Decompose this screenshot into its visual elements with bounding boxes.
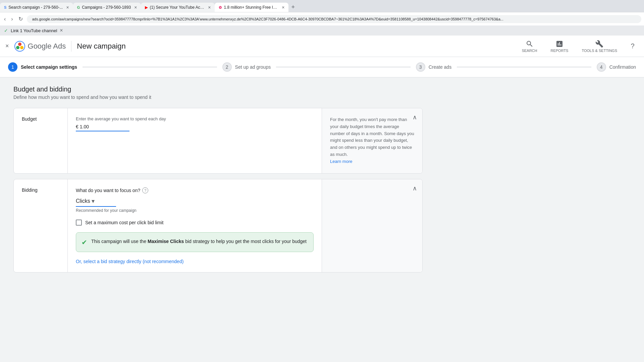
tools-icon — [595, 40, 603, 48]
search-action-button[interactable]: SEARCH — [518, 37, 541, 55]
tab1-label: Search campaign - 279-560-... — [8, 5, 63, 10]
dropdown-arrow-icon: ▾ — [92, 197, 95, 205]
tab-2[interactable]: G Campaigns - 279-560-1893 × — [73, 3, 141, 12]
header-divider — [71, 41, 71, 52]
tab3-close[interactable]: × — [208, 5, 211, 10]
budget-card-main: Enter the average you want to spend each… — [67, 108, 322, 173]
max-cpc-checkbox[interactable] — [76, 220, 82, 226]
reports-icon — [555, 40, 564, 48]
step-1: 1 Select campaign settings — [8, 62, 77, 72]
tab4-favicon: ✿ — [219, 5, 222, 10]
tab1-favicon: S — [4, 5, 6, 9]
tab2-label: Campaigns - 279-560-1893 — [82, 5, 131, 10]
step-4-circle: 4 — [597, 62, 606, 72]
info-text-before: This campaign will use the — [91, 239, 148, 244]
info-box-text: This campaign will use the Maximise Clic… — [91, 238, 307, 245]
bidding-label: Bidding — [22, 187, 38, 193]
browser-chrome: S Search campaign - 279-560-... × G Camp… — [0, 0, 644, 25]
budget-input-label: Enter the average you want to spend each… — [76, 116, 314, 121]
budget-label: Budget — [22, 116, 37, 122]
bidding-question: What do you want to focus on? ? — [76, 187, 314, 193]
search-icon — [526, 40, 534, 48]
header-close-button[interactable]: × — [5, 43, 9, 50]
step-2-circle: 2 — [222, 62, 232, 72]
bid-strategy-link[interactable]: Or, select a bid strategy directly (not … — [76, 259, 183, 264]
budget-card-collapse-button[interactable]: ∧ — [413, 114, 417, 121]
info-text-after: bid strategy to help you get the most cl… — [184, 239, 307, 244]
step-1-circle: 1 — [8, 62, 17, 72]
address-input[interactable] — [27, 15, 641, 23]
tab-1[interactable]: S Search campaign - 279-560-... × — [0, 3, 73, 12]
reports-action-label: REPORTS — [550, 49, 568, 53]
app-header: × Google Ads New campaign SEARCH REPORTS… — [0, 36, 644, 57]
svg-point-3 — [18, 43, 21, 46]
tab1-close[interactable]: × — [66, 5, 69, 10]
step-2: 2 Set up ad groups — [222, 62, 271, 72]
help-button[interactable]: ? — [627, 40, 639, 52]
tab-3[interactable]: ▶ (1) Secure Your YouTube Acco... × — [141, 3, 215, 12]
tab4-close[interactable]: × — [282, 5, 284, 10]
link-icon: ✓ — [4, 28, 8, 33]
connector-2-3 — [276, 67, 410, 67]
tab-bar: S Search campaign - 279-560-... × G Camp… — [0, 0, 644, 12]
connector-3-4 — [457, 67, 591, 67]
google-ads-logo: Google Ads — [14, 41, 66, 52]
max-cpc-checkbox-row[interactable]: Set a maximum cost per click bid limit — [76, 220, 314, 226]
tab2-close[interactable]: × — [134, 5, 137, 10]
bidding-card-collapse-button[interactable]: ∧ — [413, 185, 417, 192]
tab3-label: (1) Secure Your YouTube Acco... — [150, 5, 205, 10]
bidding-question-text: What do you want to focus on? — [76, 188, 140, 193]
budget-card: Budget Enter the average you want to spe… — [13, 108, 423, 174]
budget-card-right: ∧ For the month, you won't pay more than… — [322, 108, 422, 173]
step-1-label: Select campaign settings — [21, 64, 77, 70]
main-content: Budget and bidding Define how much you w… — [0, 77, 436, 286]
brand-name: Google Ads — [28, 42, 66, 51]
campaign-title: New campaign — [77, 42, 126, 51]
budget-card-left: Budget — [14, 108, 67, 173]
back-button[interactable]: ‹ — [3, 15, 7, 23]
bidding-card-main: What do you want to focus on? ? Clicks ▾… — [67, 179, 322, 272]
tab2-favicon: G — [77, 5, 80, 9]
new-tab-button[interactable]: + — [288, 4, 298, 11]
bidding-help-icon[interactable]: ? — [142, 187, 148, 193]
svg-point-2 — [20, 46, 23, 49]
search-action-label: SEARCH — [522, 49, 537, 53]
clicks-dropdown[interactable]: Clicks ▾ — [76, 197, 116, 207]
budget-amount-input[interactable] — [80, 124, 120, 129]
forward-button[interactable]: › — [10, 15, 14, 23]
step-3-label: Create ads — [429, 64, 451, 70]
budget-side-text: For the month, you won't pay more than y… — [330, 116, 414, 158]
tools-action-label: TOOLS & SETTINGS — [582, 49, 617, 53]
notification-bar: ✓ Link 1 YouTube channel × — [0, 25, 644, 36]
tab-4[interactable]: ✿ 1.8 million+ Stunning Free Im... × — [215, 3, 288, 12]
bidding-card-left: Bidding — [14, 179, 67, 272]
notification-close-button[interactable]: × — [60, 27, 63, 34]
step-3-circle: 3 — [416, 62, 425, 72]
step-3: 3 Create ads — [416, 62, 451, 72]
connector-1-2 — [83, 67, 217, 67]
budget-currency-symbol: € — [76, 124, 78, 129]
tab3-favicon: ▶ — [145, 5, 148, 10]
info-box: ✔ This campaign will use the Maximise Cl… — [76, 232, 314, 252]
stepper: 1 Select campaign settings 2 Set up ad g… — [0, 57, 644, 77]
clicks-dropdown-label: Clicks — [76, 198, 90, 204]
check-circle-icon: ✔ — [82, 238, 87, 246]
notification-text: Link 1 YouTube channel — [11, 28, 57, 33]
google-ads-logo-icon — [14, 41, 25, 52]
step-2-label: Set up ad groups — [235, 64, 271, 70]
svg-point-1 — [16, 46, 19, 49]
max-cpc-label: Set a maximum cost per click bid limit — [85, 220, 163, 225]
bidding-card-right: ∧ — [322, 179, 422, 272]
bidding-card-body: Bidding What do you want to focus on? ? … — [14, 179, 422, 272]
info-text-bold: Maximise Clicks — [148, 239, 184, 244]
refresh-button[interactable]: ↻ — [17, 14, 24, 23]
section-subtitle: Define how much you want to spend and ho… — [13, 95, 423, 100]
recommended-text: Recommended for your campaign — [76, 208, 314, 213]
tools-action-button[interactable]: TOOLS & SETTINGS — [578, 37, 621, 55]
tab4-label: 1.8 million+ Stunning Free Im... — [224, 5, 278, 10]
budget-card-body: Budget Enter the average you want to spe… — [14, 108, 422, 173]
step-4: 4 Confirmation — [597, 62, 636, 72]
bidding-card: Bidding What do you want to focus on? ? … — [13, 179, 423, 273]
reports-action-button[interactable]: REPORTS — [546, 37, 572, 55]
learn-more-link[interactable]: Learn more — [330, 159, 352, 164]
